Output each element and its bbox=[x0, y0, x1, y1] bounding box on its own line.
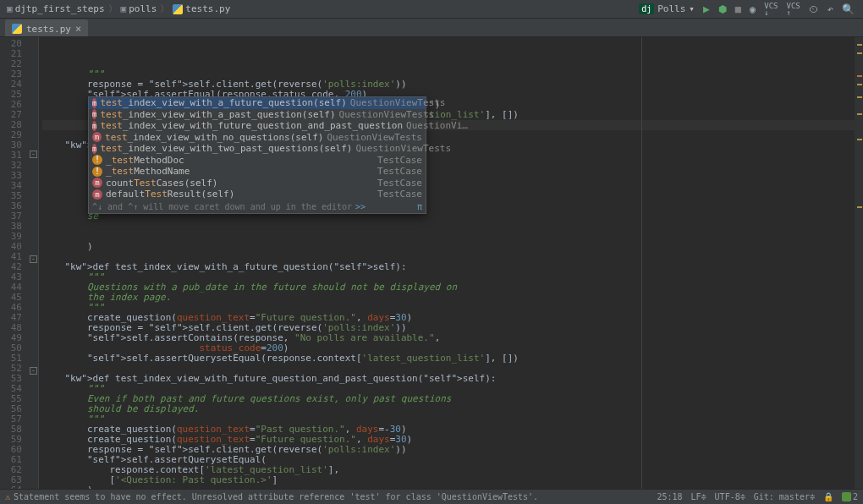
field-icon: ! bbox=[92, 155, 102, 165]
breadcrumb-folder[interactable]: ▣polls bbox=[119, 3, 159, 14]
method-icon: m bbox=[92, 144, 96, 154]
breadcrumb-project[interactable]: ▣djtp_first_steps bbox=[5, 3, 107, 14]
breadcrumb-file[interactable]: tests.py bbox=[171, 3, 232, 14]
method-icon: m bbox=[92, 178, 102, 188]
method-icon: m bbox=[92, 109, 96, 119]
chevron-right-icon: 〉 bbox=[160, 3, 169, 15]
run-button[interactable]: ▶ bbox=[703, 3, 710, 15]
method-icon: m bbox=[92, 98, 96, 108]
lock-icon[interactable]: 🔒 bbox=[823, 492, 833, 501]
chevron-down-icon: ▾ bbox=[689, 3, 695, 14]
method-icon: m bbox=[92, 121, 96, 131]
python-file-icon bbox=[12, 24, 22, 34]
popup-hint: ^↓ and ^↑ will move caret down and up in… bbox=[89, 200, 426, 213]
history-button[interactable]: ⏲ bbox=[809, 3, 819, 15]
status-message: Statement seems to have no effect. Unres… bbox=[14, 492, 538, 501]
error-stripe[interactable] bbox=[855, 37, 863, 490]
vcs-commit-button[interactable]: VCS↑ bbox=[787, 3, 800, 16]
file-encoding[interactable]: UTF-8≑ bbox=[715, 492, 745, 501]
fold-gutter[interactable]: ---- bbox=[29, 37, 39, 490]
pi-icon[interactable]: π bbox=[417, 202, 422, 211]
git-branch[interactable]: Git: master≑ bbox=[754, 492, 815, 501]
python-file-icon bbox=[173, 4, 183, 14]
completion-item[interactable]: !_testMethodDocTestCase bbox=[89, 155, 426, 167]
toolbar-right: djPolls ▾ ▶ ⬢ ■ ◉ VCS↓ VCS↑ ⏲ ↶ 🔍 bbox=[639, 3, 855, 16]
debug-button[interactable]: ⬢ bbox=[718, 3, 727, 15]
completion-item[interactable]: mtest_index_view_with_no_questions(self)… bbox=[89, 132, 426, 144]
stop-button[interactable]: ■ bbox=[735, 3, 741, 15]
right-margin-guide bbox=[641, 37, 642, 490]
caret-position[interactable]: 25:18 bbox=[657, 492, 682, 501]
line-gutter[interactable]: 2021222324252627282930313233343536373839… bbox=[0, 37, 29, 490]
tab-tests[interactable]: tests.py × bbox=[5, 19, 88, 36]
editor-tabs: tests.py × bbox=[0, 19, 863, 37]
editor: 2021222324252627282930313233343536373839… bbox=[0, 37, 863, 490]
tab-label: tests.py bbox=[26, 24, 71, 35]
breadcrumb: ▣djtp_first_steps 〉 ▣polls 〉 tests.py bbox=[5, 3, 232, 15]
completion-item[interactable]: !_testMethodNameTestCase bbox=[89, 166, 426, 178]
completion-item[interactable]: mtest_index_view_with_a_past_question(se… bbox=[89, 109, 426, 121]
django-icon: dj bbox=[639, 3, 654, 14]
method-icon: m bbox=[92, 132, 102, 142]
warning-icon: ⚠ bbox=[5, 492, 10, 501]
completion-item[interactable]: mcountTestCases(self)TestCase bbox=[89, 178, 426, 189]
field-icon: ! bbox=[92, 167, 102, 177]
completion-item[interactable]: mdefaultTestResult(self)TestCase bbox=[89, 189, 426, 200]
line-separator[interactable]: LF≑ bbox=[691, 492, 706, 501]
chevron-right-icon: 〉 bbox=[108, 3, 118, 15]
vcs-update-button[interactable]: VCS↓ bbox=[764, 3, 778, 16]
folder-icon: ▣ bbox=[121, 3, 127, 14]
completion-item[interactable]: mtest_index_view_with_a_future_question(… bbox=[89, 97, 426, 109]
completion-item[interactable]: mtest_index_view_with_two_past_questions… bbox=[89, 143, 426, 155]
search-button[interactable]: 🔍 bbox=[842, 3, 855, 15]
popup-hint-link[interactable]: >> bbox=[355, 202, 366, 211]
coverage-button[interactable]: ◉ bbox=[750, 3, 756, 15]
autocomplete-popup: mtest_index_view_with_a_future_question(… bbox=[88, 96, 426, 214]
man-icon bbox=[842, 492, 851, 501]
close-icon[interactable]: × bbox=[75, 23, 81, 35]
python-interpreter[interactable]: 2 bbox=[842, 492, 858, 501]
completion-item[interactable]: mtest_index_view_with_future_question_an… bbox=[89, 120, 426, 132]
revert-button[interactable]: ↶ bbox=[827, 3, 833, 15]
navigation-bar: ▣djtp_first_steps 〉 ▣polls 〉 tests.py dj… bbox=[0, 0, 863, 19]
run-config-selector[interactable]: djPolls ▾ bbox=[639, 3, 695, 14]
method-icon: m bbox=[92, 189, 102, 200]
folder-icon: ▣ bbox=[7, 3, 13, 14]
status-bar: ⚠ Statement seems to have no effect. Unr… bbox=[0, 489, 863, 504]
